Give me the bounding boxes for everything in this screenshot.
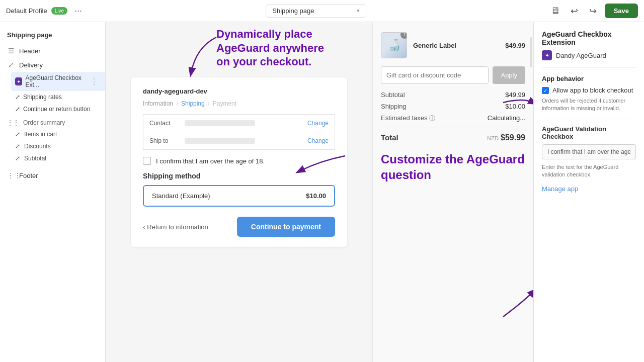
header-icon: ☰ (7, 47, 15, 55)
checkout-card: dandy-ageguard-dev Information › Shippin… (131, 77, 347, 247)
subtotal-icon: ⤢ (15, 155, 20, 162)
items-label: Items in cart (24, 131, 57, 138)
shipping-option-price: $10.00 (306, 192, 326, 200)
discount-row: Apply (381, 66, 525, 84)
sidebar-sub-shipping-rates[interactable]: ⤢ Shipping rates (11, 91, 105, 103)
monitor-icon[interactable]: 🖥 (547, 4, 562, 18)
annotation-top: Dynamically place AgeGuard anywhere on y… (216, 27, 327, 69)
button-row: ‹ Return to information Continue to paym… (143, 217, 335, 237)
ship-to-value (180, 138, 307, 144)
arrow-sidebar (176, 32, 236, 82)
topbar-center: Shipping page ▾ (266, 4, 366, 18)
product-row: 🍶 1 Generic Label $49.99 (381, 32, 525, 58)
continue-button[interactable]: Continue to payment (237, 217, 335, 237)
shipping-method-title: Shipping method (143, 172, 335, 180)
contact-label: Contact (149, 120, 180, 127)
shipping-rates-icon: ⤢ (15, 94, 20, 101)
panel-app-row: ✦ Dandy AgeGuard (542, 50, 636, 68)
profile-name: Default Profile (6, 7, 47, 15)
age-confirm-label: I confirm that I am over the age of 18. (156, 157, 265, 165)
contact-field: Contact Change (143, 115, 335, 132)
back-link[interactable]: ‹ Return to information (143, 223, 208, 231)
panel-title: AgeGuard Checkbox Extension (542, 30, 636, 46)
shipping-option-name: Standard (Example) (152, 192, 210, 200)
sidebar-item-items[interactable]: ⤢ Items in cart (0, 128, 105, 140)
back-arrow-icon: ‹ (143, 223, 145, 231)
form-row: Contact Change Ship to Change (143, 114, 335, 150)
discounts-icon: ⤢ (15, 143, 20, 150)
ageguard-options-icon[interactable]: ⋮ (90, 77, 98, 86)
contact-blurred (185, 120, 255, 126)
breadcrumb: Information › Shipping › Payment (143, 100, 335, 107)
discounts-label: Discounts (24, 143, 51, 150)
preview-content: Dynamically place AgeGuard anywhere on y… (106, 22, 372, 257)
total-value: NZD $59.99 (487, 133, 525, 142)
discount-input[interactable] (381, 66, 489, 84)
more-options-button[interactable]: ··· (71, 4, 85, 18)
apply-button[interactable]: Apply (493, 66, 525, 84)
product-image: 🍶 1 (381, 32, 407, 58)
breadcrumb-information: Information (143, 100, 173, 107)
validation-title: AgeGuard Validation Checkbox (542, 125, 636, 140)
shipping-line-val: $10.00 (505, 103, 525, 110)
store-name: dandy-ageguard-dev (143, 87, 335, 95)
product-name: Generic Label (413, 42, 499, 49)
sidebar-item-footer[interactable]: ⋮⋮ Footer (0, 168, 105, 183)
validation-input[interactable] (542, 144, 636, 159)
age-checkbox[interactable] (143, 157, 151, 165)
redo-button[interactable]: ↪ (586, 4, 600, 19)
info-icon: ⓘ (429, 115, 435, 122)
shield-icon: ✦ (15, 77, 22, 85)
save-button[interactable]: Save (605, 4, 638, 18)
summary-subtotal: Subtotal $49.99 (381, 91, 525, 99)
subtotal-label: Subtotal (24, 155, 46, 162)
app-behavior-title: App behavior (542, 75, 636, 82)
breadcrumb-sep2: › (208, 100, 210, 107)
divider (542, 119, 636, 119)
items-icon: ⤢ (15, 131, 20, 138)
shipping-section: Shipping method Standard (Example) $10.0… (143, 172, 335, 207)
breadcrumb-payment: Payment (213, 100, 236, 107)
page-selector-label: Shipping page (272, 7, 314, 15)
block-checkout-checkbox[interactable]: ✓ (542, 87, 549, 94)
product-price: $49.99 (505, 42, 525, 49)
page-selector[interactable]: Shipping page ▾ (266, 4, 366, 18)
sidebar: Shipping page ☰ Header ⤢ Delivery ✦ AgeG… (0, 22, 106, 362)
main-layout: Shipping page ☰ Header ⤢ Delivery ✦ AgeG… (0, 22, 644, 362)
preview-area: Dynamically place AgeGuard anywhere on y… (106, 22, 372, 362)
subtotal-line-val: $49.99 (505, 91, 525, 99)
summary-shipping: Shipping $10.00 (381, 103, 525, 110)
validation-section: AgeGuard Validation Checkbox Enter the t… (542, 125, 636, 193)
right-panel: AgeGuard Checkbox Extension ✦ Dandy AgeG… (533, 22, 644, 362)
customize-text: Customize the AgeGuard question (381, 151, 525, 183)
footer-label: Footer (19, 172, 38, 179)
shipping-option[interactable]: Standard (Example) $10.00 (143, 185, 335, 207)
ship-to-label: Ship to (149, 137, 180, 144)
sidebar-sub-delivery: ✦ AgeGuard Checkbox Ext... ⋮ ⤢ Shipping … (11, 72, 105, 115)
sidebar-item-delivery[interactable]: ⤢ Delivery (0, 58, 105, 72)
ageguard-label: AgeGuard Checkbox Ext... (25, 74, 90, 88)
sidebar-item-header-label: Header (19, 47, 41, 55)
sidebar-item-header[interactable]: ☰ Header (0, 44, 105, 58)
sub-item-left: ✦ AgeGuard Checkbox Ext... (15, 74, 90, 88)
checkout-area: dandy-ageguard-dev Information › Shippin… (116, 77, 362, 247)
footer-icon: ⋮⋮ (7, 171, 15, 179)
manage-app-link[interactable]: Manage app (542, 185, 578, 193)
arrow-validation (498, 282, 533, 322)
sidebar-title: Shipping page (0, 28, 105, 44)
sidebar-item-subtotal[interactable]: ⤢ Subtotal (0, 152, 105, 164)
product-qty-badge: 1 (400, 32, 407, 39)
total-label: Total (381, 133, 398, 142)
order-summary-header[interactable]: ⋮⋮ Order summary (0, 115, 105, 128)
contact-change-link[interactable]: Change (307, 120, 329, 127)
sidebar-sub-ageguard[interactable]: ✦ AgeGuard Checkbox Ext... ⋮ (11, 72, 105, 91)
breadcrumb-shipping: Shipping (181, 100, 205, 107)
ship-to-change-link[interactable]: Change (307, 137, 329, 144)
block-checkout-help: Orders will be rejected if customer info… (542, 97, 636, 113)
undo-button[interactable]: ↩ (568, 4, 581, 19)
live-badge: Live (51, 7, 67, 15)
delivery-icon: ⤢ (7, 61, 15, 69)
sidebar-item-discounts[interactable]: ⤢ Discounts (0, 140, 105, 152)
validation-help: Enter the text for the AgeGuard validati… (542, 163, 636, 179)
sidebar-sub-continue[interactable]: ⤢ Continue or return button (11, 103, 105, 115)
